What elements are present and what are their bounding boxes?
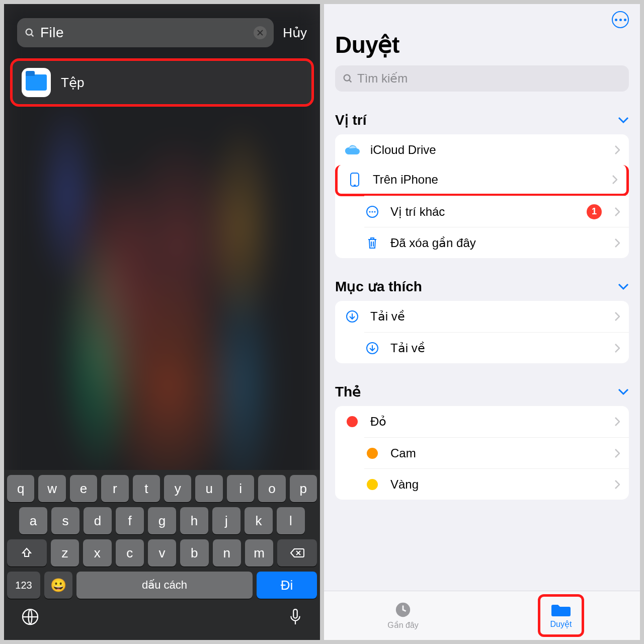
files-app-icon <box>22 68 51 97</box>
tab-browse[interactable]: Duyệt <box>482 591 640 640</box>
key-q[interactable]: q <box>7 475 34 502</box>
key-l[interactable]: l <box>277 507 305 534</box>
row-label: Vị trí khác <box>390 205 577 219</box>
notification-badge: 1 <box>587 204 602 219</box>
collapse-locations-button[interactable] <box>618 117 629 124</box>
tag-dot-orange <box>367 448 378 459</box>
row-label: Trên iPhone <box>373 173 602 187</box>
keyboard-row-2: a s d f g h j k l <box>7 507 317 534</box>
row-label: iCloud Drive <box>370 143 605 157</box>
tab-recents[interactable]: Gần đây <box>324 591 482 640</box>
folder-icon <box>26 74 47 91</box>
key-x[interactable]: x <box>83 539 111 567</box>
collapse-favorites-button[interactable] <box>618 283 629 290</box>
cloud-icon <box>344 144 360 155</box>
row-tag-orange[interactable]: Cam <box>364 437 629 468</box>
chevron-right-icon <box>615 312 620 321</box>
key-c[interactable]: c <box>116 539 144 567</box>
row-recently-deleted[interactable]: Đã xóa gần đây <box>364 227 629 258</box>
key-u[interactable]: u <box>195 475 222 502</box>
keyboard-row-bottom: 123 😀 dấu cách Đi <box>7 572 317 599</box>
search-icon <box>24 27 35 38</box>
svg-line-1 <box>31 34 33 36</box>
key-p[interactable]: p <box>290 475 317 502</box>
clear-search-button[interactable] <box>254 26 267 39</box>
locations-list: iCloud Drive Trên iPhone Vị trí khác 1 <box>335 134 629 258</box>
key-w[interactable]: w <box>38 475 65 502</box>
key-s[interactable]: s <box>51 507 79 534</box>
row-label: Đỏ <box>370 415 605 429</box>
tag-dot-red <box>347 416 358 427</box>
row-downloads-2[interactable]: Tải về <box>364 332 629 363</box>
key-n[interactable]: n <box>213 539 241 567</box>
mic-icon[interactable] <box>288 608 303 626</box>
search-input[interactable] <box>40 25 249 41</box>
clock-icon <box>394 601 412 618</box>
row-downloads-1[interactable]: Tải về <box>335 301 629 332</box>
svg-point-16 <box>374 211 375 212</box>
row-label: Tải về <box>370 309 605 324</box>
svg-point-15 <box>371 211 373 212</box>
collapse-tags-button[interactable] <box>618 388 629 395</box>
chevron-right-icon <box>612 175 617 184</box>
key-r[interactable]: r <box>101 475 128 502</box>
cancel-button[interactable]: Hủy <box>283 25 307 41</box>
key-i[interactable]: i <box>227 475 254 502</box>
svg-point-14 <box>369 211 370 212</box>
spotlight-search-pane: Hủy Tệp q w e r t y u i o p a s d f g h … <box>4 4 320 640</box>
chevron-right-icon <box>615 207 620 216</box>
keyboard-row-3: z x c v b n m <box>7 539 317 567</box>
row-tag-red[interactable]: Đỏ <box>335 406 629 437</box>
iphone-icon <box>347 172 363 187</box>
row-icloud-drive[interactable]: iCloud Drive <box>335 134 629 166</box>
search-field-container[interactable] <box>17 18 274 47</box>
row-on-iphone[interactable]: Trên iPhone <box>335 165 629 196</box>
key-y[interactable]: y <box>164 475 191 502</box>
key-v[interactable]: v <box>148 539 176 567</box>
download-circle-icon <box>344 309 360 324</box>
svg-line-10 <box>349 80 351 82</box>
key-m[interactable]: m <box>245 539 273 567</box>
key-backspace[interactable] <box>277 539 317 567</box>
keyboard-row-1: q w e r t y u i o p <box>7 475 317 502</box>
more-options-button[interactable] <box>612 11 629 28</box>
key-e[interactable]: e <box>70 475 97 502</box>
key-j[interactable]: j <box>212 507 240 534</box>
section-title-tags: Thẻ <box>335 383 361 400</box>
key-a[interactable]: a <box>19 507 47 534</box>
key-emoji[interactable]: 😀 <box>44 572 72 599</box>
tag-dot-yellow <box>367 479 378 490</box>
key-h[interactable]: h <box>180 507 208 534</box>
svg-rect-11 <box>351 173 359 186</box>
key-d[interactable]: d <box>84 507 112 534</box>
row-tag-yellow[interactable]: Vàng <box>364 468 629 500</box>
key-o[interactable]: o <box>258 475 285 502</box>
onscreen-keyboard: q w e r t y u i o p a s d f g h j k l z <box>4 470 320 640</box>
trash-icon <box>364 236 380 250</box>
key-space[interactable]: dấu cách <box>76 572 253 599</box>
search-result-files-app[interactable]: Tệp <box>10 58 314 107</box>
highlight-box <box>538 594 584 637</box>
files-search-field[interactable]: Tìm kiếm <box>335 65 629 92</box>
search-icon <box>342 73 353 84</box>
download-circle-icon <box>364 341 380 355</box>
files-browse-pane: Duyệt Tìm kiếm Vị trí iCloud Drive <box>324 4 640 640</box>
key-go[interactable]: Đi <box>257 572 317 599</box>
row-label: Vàng <box>390 477 605 492</box>
key-k[interactable]: k <box>245 507 273 534</box>
tags-list: Đỏ Cam Vàng <box>335 406 629 500</box>
row-other-locations[interactable]: Vị trí khác 1 <box>364 196 629 227</box>
key-f[interactable]: f <box>116 507 144 534</box>
key-t[interactable]: t <box>133 475 160 502</box>
search-result-label: Tệp <box>61 75 84 91</box>
key-shift[interactable] <box>7 539 47 567</box>
svg-point-9 <box>344 75 350 81</box>
key-g[interactable]: g <box>148 507 176 534</box>
key-b[interactable]: b <box>180 539 208 567</box>
svg-rect-7 <box>293 609 297 618</box>
section-title-locations: Vị trí <box>335 112 366 128</box>
key-z[interactable]: z <box>51 539 79 567</box>
globe-icon[interactable] <box>21 608 39 626</box>
row-label: Đã xóa gần đây <box>390 236 605 250</box>
key-numbers[interactable]: 123 <box>7 572 40 599</box>
